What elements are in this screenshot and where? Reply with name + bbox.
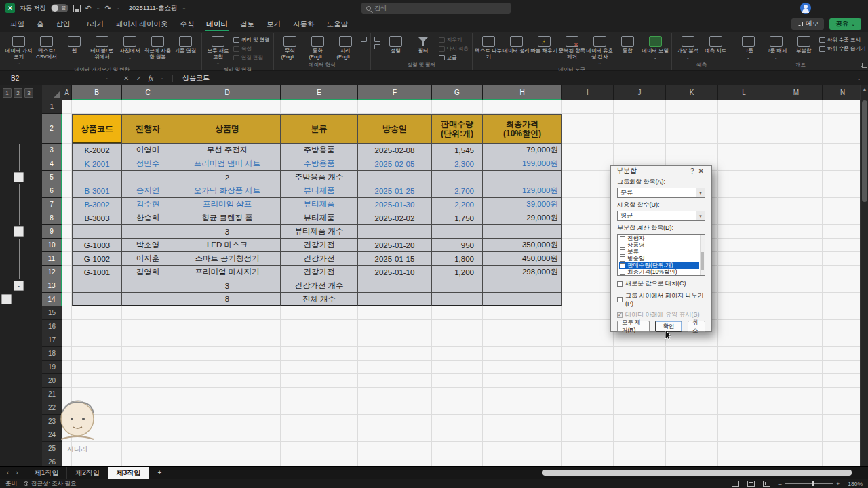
cell-G18[interactable]: [432, 347, 483, 361]
ribbon-button[interactable]: 테이블/ 범위에서: [88, 34, 116, 60]
ribbon-button[interactable]: 예측 시트: [702, 34, 730, 54]
cell-H12[interactable]: 298,000원: [483, 266, 562, 279]
cell-H20[interactable]: [483, 374, 562, 388]
row-header-18[interactable]: 18: [42, 347, 62, 361]
row-header-17[interactable]: 17: [42, 333, 62, 347]
cell-C25[interactable]: [122, 442, 174, 455]
cell-H14[interactable]: [483, 293, 562, 306]
cell-H1[interactable]: [483, 100, 562, 114]
cell-L5[interactable]: [718, 171, 770, 184]
menu-tab-그리기[interactable]: 그리기: [77, 16, 111, 32]
cell-I3[interactable]: [562, 144, 614, 157]
ribbon-button[interactable]: 데이터 정리: [502, 34, 530, 54]
cell-J25[interactable]: [614, 442, 666, 455]
cell-F1[interactable]: [358, 100, 432, 114]
cell-M18[interactable]: [770, 347, 823, 361]
cell-G3[interactable]: 1,545: [432, 144, 483, 157]
subtotal-item-최종가격(10%할인)[interactable]: 최종가격(10%할인): [619, 269, 699, 276]
cell-D14[interactable]: 8: [174, 293, 281, 306]
cell-A2[interactable]: [62, 114, 72, 144]
cell-I4[interactable]: [562, 157, 614, 171]
cell-H13[interactable]: [483, 279, 562, 293]
cell-G8[interactable]: 1,750: [432, 211, 483, 225]
ribbon-button[interactable]: 데이터 가져오기⌄: [5, 34, 33, 66]
cell-E6[interactable]: 뷰티제품: [281, 184, 358, 198]
column-header-F[interactable]: F: [358, 85, 432, 100]
formula-bar-expand-icon[interactable]: ⌄: [856, 75, 868, 81]
cell-F6[interactable]: 2025-01-25: [358, 184, 432, 198]
cell-H3[interactable]: 79,000원: [483, 144, 562, 157]
ribbon-small-button[interactable]: [374, 44, 380, 49]
cell-C17[interactable]: [122, 333, 174, 347]
outline-collapse-button[interactable]: -: [14, 226, 24, 237]
close-icon[interactable]: ✕: [696, 167, 706, 175]
cell-G15[interactable]: [432, 306, 483, 320]
cell-K1[interactable]: [666, 100, 718, 114]
cell-K22[interactable]: [666, 401, 718, 415]
cell-D3[interactable]: 무선 주전자: [174, 144, 281, 157]
cell-L25[interactable]: [718, 442, 770, 455]
cell-E9[interactable]: 뷰티제품 개수: [281, 225, 358, 239]
cell-I20[interactable]: [562, 374, 614, 388]
cell-N7[interactable]: [823, 198, 860, 211]
sheet-tab-제3작업[interactable]: 제3작업: [108, 467, 150, 479]
cell-A8[interactable]: [62, 211, 72, 225]
cell-C2[interactable]: 진행자: [122, 114, 174, 144]
cell-G13[interactable]: [432, 279, 483, 293]
next-sheet-icon[interactable]: ›: [16, 469, 18, 476]
row-header-16[interactable]: 16: [42, 320, 62, 333]
cell-G20[interactable]: [432, 374, 483, 388]
cell-D15[interactable]: [174, 306, 281, 320]
cell-E22[interactable]: [281, 401, 358, 415]
ribbon-button[interactable]: 텍스트 나누기: [475, 34, 502, 60]
ribbon-button[interactable]: 그룹⌄: [734, 34, 762, 60]
cell-B15[interactable]: [72, 306, 122, 320]
cell-F23[interactable]: [358, 415, 432, 428]
ribbon-button[interactable]: 그룹 해제⌄: [762, 34, 790, 60]
cell-L26[interactable]: [718, 455, 770, 466]
group-by-select[interactable]: 분류 ▼: [617, 188, 705, 198]
cell-I17[interactable]: [562, 333, 614, 347]
cell-I26[interactable]: [562, 455, 614, 466]
cell-M25[interactable]: [770, 442, 823, 455]
cell-C1[interactable]: [122, 100, 174, 114]
row-header-20[interactable]: 20: [42, 374, 62, 388]
cell-D13[interactable]: 3: [174, 279, 281, 293]
cell-G9[interactable]: [432, 225, 483, 239]
cell-C24[interactable]: [122, 428, 174, 442]
menu-tab-페이지 레이아웃[interactable]: 페이지 레이아웃: [110, 16, 174, 32]
cell-J20[interactable]: [614, 374, 666, 388]
cell-K23[interactable]: [666, 415, 718, 428]
cell-L23[interactable]: [718, 415, 770, 428]
cell-D12[interactable]: 프리미엄 마사지기: [174, 266, 281, 279]
name-box[interactable]: B2 ⌄: [0, 71, 115, 85]
cell-E2[interactable]: 분류: [281, 114, 358, 144]
cell-F19[interactable]: [358, 361, 432, 374]
cell-F14[interactable]: [358, 293, 432, 306]
cell-G1[interactable]: [432, 100, 483, 114]
scroll-up-icon[interactable]: ▲: [862, 87, 867, 92]
horizontal-scroll-thumb[interactable]: [542, 470, 852, 476]
cell-M16[interactable]: [770, 320, 823, 333]
cell-L15[interactable]: [718, 306, 770, 320]
cell-B17[interactable]: [72, 333, 122, 347]
cell-D10[interactable]: LED 마스크: [174, 239, 281, 252]
cell-M15[interactable]: [770, 306, 823, 320]
ribbon-button[interactable]: 텍스트/ CSV에서: [33, 34, 60, 60]
cell-C9[interactable]: [122, 225, 174, 239]
cell-N15[interactable]: [823, 306, 860, 320]
cell-M7[interactable]: [770, 198, 823, 211]
cell-B20[interactable]: [72, 374, 122, 388]
cell-L16[interactable]: [718, 320, 770, 333]
chevron-down-icon[interactable]: ▼: [696, 211, 705, 220]
vertical-scroll-thumb[interactable]: [862, 100, 867, 202]
menu-tab-도움말[interactable]: 도움말: [320, 16, 354, 32]
cell-G19[interactable]: [432, 361, 483, 374]
cell-D24[interactable]: [174, 428, 281, 442]
cell-C4[interactable]: 정민수: [122, 157, 174, 171]
cell-E18[interactable]: [281, 347, 358, 361]
cell-E13[interactable]: 건강가전 개수: [281, 279, 358, 293]
cell-L2[interactable]: [718, 114, 770, 144]
row-header-14[interactable]: 14: [42, 293, 62, 306]
cell-H11[interactable]: 450,000원: [483, 252, 562, 266]
